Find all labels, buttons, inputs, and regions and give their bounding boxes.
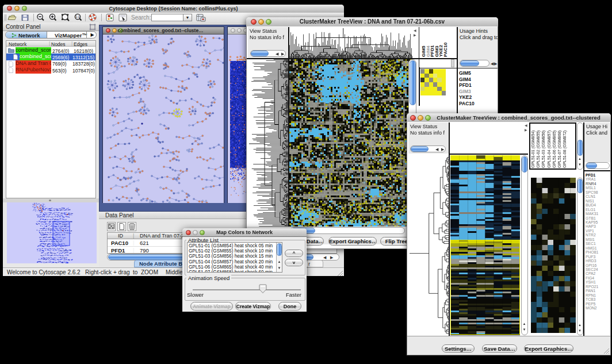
svg-text:1:1: 1:1 <box>75 15 80 18</box>
